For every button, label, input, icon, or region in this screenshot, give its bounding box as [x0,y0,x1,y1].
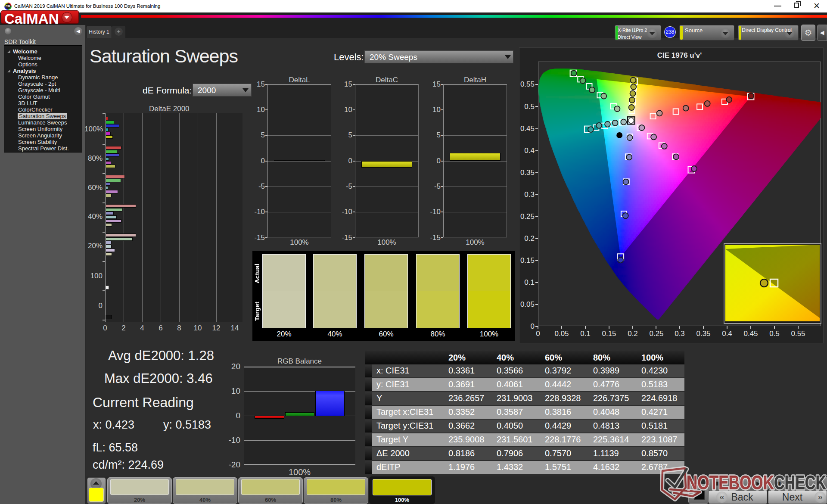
svg-text:NOTEBOOK: NOTEBOOK [687,471,774,494]
svg-text:CHECK: CHECK [774,471,826,494]
